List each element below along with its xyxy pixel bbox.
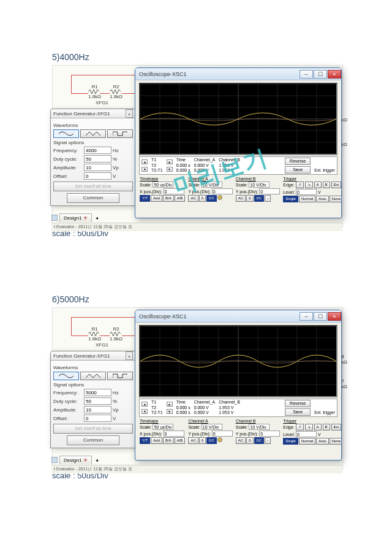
section-5000hz: 6)5000Hz R1 1.8kΩ R2 1.8kΩ R82.2kΩ R71.8… xyxy=(52,294,346,480)
chb-scale[interactable] xyxy=(249,424,270,430)
tab-nav-left[interactable]: ◂ xyxy=(94,215,100,221)
cursor-down[interactable]: ▾ xyxy=(167,409,173,414)
osc-title: Oscilloscope-XSC1 xyxy=(139,71,187,77)
waveform-square-button[interactable] xyxy=(107,372,133,380)
save-button[interactable]: Save xyxy=(285,166,311,174)
duty-label: Duty cycle: xyxy=(53,156,83,162)
circuit-canvas-2: R1 1.8kΩ R2 1.8kΩ R82.2kΩ R71.8kΩ XFG1 F… xyxy=(52,307,343,470)
trig-single[interactable]: Single xyxy=(283,196,298,202)
cha-dc[interactable]: DC xyxy=(206,195,217,202)
freq-label: Frequency: xyxy=(53,148,83,153)
edge-ext[interactable]: Ext xyxy=(331,182,342,188)
oscilloscope-window: Oscilloscope-XSC1 – ☐ × xyxy=(135,310,342,461)
statusbar: t Evaluator - 2011년 11월 25일 금요일 오 xyxy=(51,223,342,231)
cha-ac[interactable]: AC xyxy=(188,195,198,202)
chb-ypos[interactable] xyxy=(259,431,280,437)
timebase-scale[interactable] xyxy=(153,424,173,430)
chb-ypos[interactable] xyxy=(259,188,280,194)
duty-input[interactable] xyxy=(84,397,111,405)
chb-dc[interactable]: DC xyxy=(254,195,265,202)
cha-scale[interactable] xyxy=(202,182,222,188)
timebase-xpos[interactable] xyxy=(164,431,184,437)
chb-0[interactable]: 0 xyxy=(246,195,253,202)
freq-input[interactable] xyxy=(84,147,111,154)
rise-fall-button[interactable]: Set rise/Fall time xyxy=(53,424,133,434)
amp-input[interactable] xyxy=(84,406,111,413)
trigger-level[interactable] xyxy=(296,189,317,195)
trigger-group: Trigger Edge: ↗ ↘ A B Ext Level:V Single… xyxy=(282,176,342,203)
waveform-square-button[interactable] xyxy=(107,129,133,138)
circuit-canvas-1: R1 1.8kΩ R2 1.8kΩ R82.2kΩ R71.8kΩ XFG1 F… xyxy=(52,65,343,228)
duty-input[interactable] xyxy=(84,155,111,163)
ba-button[interactable]: B/A xyxy=(163,195,174,202)
waveform-sine-button[interactable] xyxy=(53,129,79,138)
off-input[interactable] xyxy=(84,172,111,180)
edge-rise[interactable]: ↗ xyxy=(296,182,304,188)
yt-button[interactable]: Y/T xyxy=(140,437,150,444)
osc-max-button[interactable]: ☐ xyxy=(314,312,327,321)
amp-input[interactable] xyxy=(84,164,111,171)
common-button[interactable]: Common xyxy=(67,435,119,445)
trig-none[interactable]: None xyxy=(330,196,342,202)
osc-min-button[interactable]: – xyxy=(300,70,313,78)
timebase-scale[interactable] xyxy=(153,182,173,188)
osc-close-button[interactable]: × xyxy=(328,70,341,78)
cursor-down[interactable]: ▾ xyxy=(141,167,148,172)
cha-ypos[interactable] xyxy=(212,188,233,194)
trigger-level[interactable] xyxy=(296,431,317,437)
edge-fall[interactable]: ↘ xyxy=(305,182,313,188)
freq-input[interactable] xyxy=(84,389,111,396)
rise-fall-button[interactable]: Set rise/Fall time xyxy=(53,182,133,191)
chb-inv[interactable]: - xyxy=(265,195,271,202)
edge-a[interactable]: A xyxy=(314,182,322,188)
add-button[interactable]: Add xyxy=(151,195,162,202)
statusbar: t Evaluator - 2011년 11월 25일 금요일 오 xyxy=(51,465,342,473)
fg-close-button[interactable]: × xyxy=(126,351,133,360)
amp-unit: Vp xyxy=(113,165,125,170)
reverse-button[interactable]: Reverse xyxy=(285,400,311,407)
cha-scale[interactable] xyxy=(202,424,222,430)
section-title-2: 6)5000Hz xyxy=(52,294,346,304)
design-tab[interactable]: Design1✛ xyxy=(59,213,92,222)
cursor-up[interactable]: ▴ xyxy=(141,159,148,164)
r2-value: 1.8kΩ xyxy=(110,94,123,99)
cursor-up[interactable]: ▴ xyxy=(167,402,173,407)
design-tab[interactable]: Design1✛ xyxy=(59,456,92,464)
function-generator-panel: Function Generator-XFG1 × Waveforms Sign… xyxy=(50,109,136,206)
design-icon xyxy=(51,457,58,463)
trig-normal[interactable]: Normal xyxy=(299,196,315,202)
save-button[interactable]: Save xyxy=(285,408,311,416)
section-4000hz: 5)4000Hz R1 1.8kΩ R2 1.8kΩ R82.2kΩ R71.8… xyxy=(52,52,346,238)
chb-ac[interactable]: AC xyxy=(236,195,246,202)
off-input[interactable] xyxy=(84,415,111,422)
cursor-down[interactable]: ▾ xyxy=(167,167,173,172)
cha-0[interactable]: 0 xyxy=(199,195,206,202)
waveform-triangle-button[interactable] xyxy=(80,129,106,138)
osc-min-button[interactable]: – xyxy=(300,312,313,321)
osc-display[interactable] xyxy=(139,83,337,155)
chb-scale[interactable] xyxy=(249,182,270,188)
cha-color-icon xyxy=(217,437,222,442)
cursor-up[interactable]: ▴ xyxy=(167,159,173,164)
yt-button[interactable]: Y/T xyxy=(140,195,150,202)
cursor-down[interactable]: ▾ xyxy=(141,409,148,414)
cha-ypos[interactable] xyxy=(212,431,233,437)
ab-button[interactable]: A/B xyxy=(175,195,186,202)
osc-max-button[interactable]: ☐ xyxy=(314,70,327,78)
fg-close-button[interactable]: × xyxy=(126,109,133,118)
tab-nav-left[interactable]: ◂ xyxy=(94,457,100,463)
design-icon xyxy=(51,215,58,221)
waveform-triangle-button[interactable] xyxy=(80,372,106,380)
waveform-sine-button[interactable] xyxy=(53,372,79,380)
osc-close-button[interactable]: × xyxy=(328,312,341,321)
reverse-button[interactable]: Reverse xyxy=(285,158,311,165)
waveforms-label: Waveforms xyxy=(53,123,133,128)
trig-auto[interactable]: Auto xyxy=(316,196,328,202)
osc-display[interactable] xyxy=(139,325,337,397)
function-generator-panel: Function Generator-XFG1 × Waveforms Sign… xyxy=(50,351,136,448)
cha-color-icon xyxy=(217,195,222,200)
common-button[interactable]: Common xyxy=(67,193,119,203)
edge-b[interactable]: B xyxy=(323,182,330,188)
timebase-xpos[interactable] xyxy=(164,188,184,194)
cursor-up[interactable]: ▴ xyxy=(141,402,148,407)
